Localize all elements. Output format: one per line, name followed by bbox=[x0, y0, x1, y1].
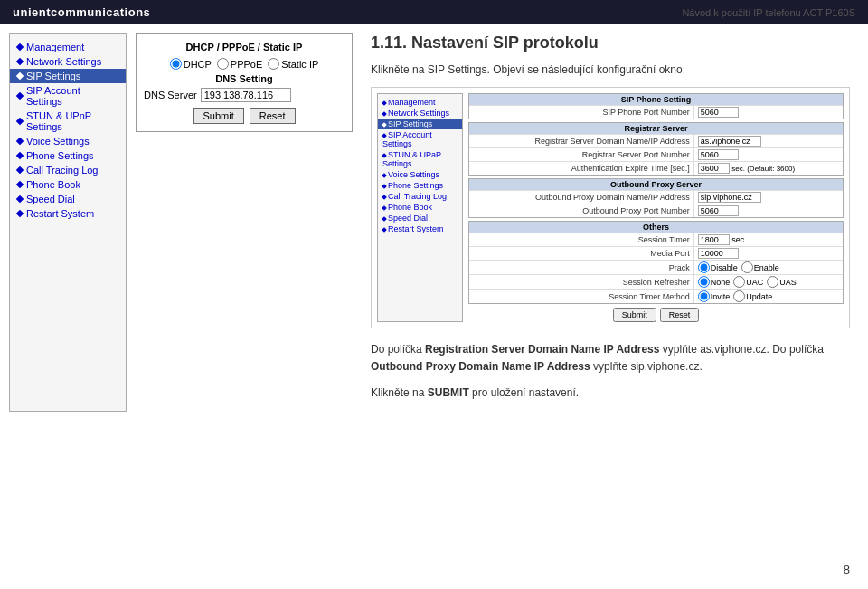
center-btn-row: Submit Reset bbox=[144, 108, 344, 124]
refresher-uas-radio[interactable] bbox=[767, 276, 778, 288]
logo: unientcommunications bbox=[13, 5, 150, 19]
sip-form: SIP Phone Setting SIP Phone Port Number … bbox=[468, 93, 844, 322]
center-reset-button[interactable]: Reset bbox=[250, 108, 296, 124]
doc-title: Návod k použití IP telefonu ACT P160S bbox=[682, 7, 855, 18]
session-timer-row: Session Timer sec. bbox=[469, 233, 843, 246]
prack-enable-label[interactable]: Enable bbox=[741, 261, 779, 273]
outbound-domain-label: Outbound Proxy Domain Name/IP Address bbox=[469, 192, 693, 203]
sidebar-item[interactable]: Speed Dial bbox=[10, 192, 126, 206]
refresher-none-radio[interactable] bbox=[698, 276, 710, 288]
others-section: Others Session Timer sec. Media Port bbox=[468, 221, 844, 304]
session-timer-label: Session Timer bbox=[469, 234, 693, 245]
session-refresher-label: Session Refresher bbox=[469, 277, 693, 288]
mini-sidebar-item[interactable]: STUN & UPaP Settings bbox=[378, 149, 462, 169]
sip-form-btn-row: Submit Reset bbox=[468, 308, 844, 322]
sip-reset-button[interactable]: Reset bbox=[660, 308, 700, 322]
sidebar-item[interactable]: SIP Settings bbox=[10, 69, 126, 83]
sidebar: ManagementNetwork SettingsSIP SettingsSI… bbox=[9, 33, 127, 412]
phone-port-value bbox=[693, 106, 843, 119]
dns-input[interactable] bbox=[201, 88, 291, 102]
session-refresher-row: Session Refresher None UAC bbox=[469, 274, 843, 289]
others-title: Others bbox=[469, 222, 843, 233]
sidebar-item[interactable]: Restart System bbox=[10, 206, 126, 221]
mini-sidebar-item[interactable]: SIP Account Settings bbox=[378, 129, 462, 149]
static-radio-label[interactable]: Static IP bbox=[268, 58, 318, 70]
bottom-text: Do políčka Registration Server Domain Na… bbox=[371, 341, 850, 375]
prack-disable-radio[interactable] bbox=[698, 261, 710, 273]
refresher-uac-label[interactable]: UAC bbox=[733, 276, 763, 288]
sidebar-item[interactable]: STUN & UPnP Settings bbox=[10, 109, 126, 134]
sidebar-item[interactable]: SIP Account Settings bbox=[10, 83, 126, 109]
registrar-domain-input[interactable] bbox=[698, 136, 761, 147]
mini-sidebar-item[interactable]: Phone Book bbox=[378, 202, 462, 213]
page-number: 8 bbox=[844, 563, 850, 576]
sidebar-item[interactable]: Phone Settings bbox=[10, 148, 126, 163]
registrar-port-label: Registrar Server Port Number bbox=[469, 149, 693, 160]
session-timer-input[interactable] bbox=[698, 234, 730, 245]
sip-submit-button[interactable]: Submit bbox=[613, 308, 656, 322]
mini-sidebar-item[interactable]: Management bbox=[378, 97, 462, 108]
refresher-none-label[interactable]: None bbox=[698, 276, 731, 288]
outbound-domain-value bbox=[693, 191, 843, 204]
registrar-domain-label: Registrar Server Domain Name/IP Address bbox=[469, 136, 693, 147]
mini-sidebar-item[interactable]: Network Settings bbox=[378, 108, 462, 119]
registrar-domain-row: Registrar Server Domain Name/IP Address bbox=[469, 134, 843, 147]
sip-phone-setting-section: SIP Phone Setting SIP Phone Port Number bbox=[468, 93, 844, 119]
bottom-text2: Klikněte na SUBMIT pro uložení nastavení… bbox=[371, 385, 850, 402]
session-timer-method-row: Session Timer Method Invite Update bbox=[469, 289, 843, 303]
sidebar-item[interactable]: Management bbox=[10, 40, 126, 54]
dns-row: DNS Server bbox=[144, 88, 344, 102]
registrar-port-value bbox=[693, 148, 843, 161]
media-port-input[interactable] bbox=[698, 248, 739, 259]
prack-label: Prack bbox=[469, 262, 693, 273]
prack-enable-radio[interactable] bbox=[741, 261, 753, 273]
center-box: DHCP / PPPoE / Static IP DHCP PPPoE Stat… bbox=[136, 33, 353, 132]
dhcp-radio-label[interactable]: DHCP bbox=[170, 58, 212, 70]
prack-value: Disable Enable bbox=[693, 261, 843, 274]
phone-port-input[interactable] bbox=[698, 107, 739, 118]
session-timer-value: sec. bbox=[693, 233, 843, 246]
dns-label: DNS Server bbox=[144, 90, 197, 100]
sip-phone-setting-title: SIP Phone Setting bbox=[469, 94, 843, 105]
outbound-domain-input[interactable] bbox=[698, 192, 761, 203]
prack-row: Prack Disable Enable bbox=[469, 260, 843, 274]
prack-disable-label[interactable]: Disable bbox=[698, 261, 738, 273]
mini-sidebar-item[interactable]: Voice Settings bbox=[378, 169, 462, 180]
sidebar-item[interactable]: Network Settings bbox=[10, 54, 126, 69]
outbound-port-row: Outbound Proxy Port Number bbox=[469, 204, 843, 217]
section-title: Nastavení SIP protokolu bbox=[411, 33, 599, 52]
registrar-port-input[interactable] bbox=[698, 149, 739, 160]
phone-port-row: SIP Phone Port Number bbox=[469, 105, 843, 119]
timer-method-update-radio[interactable] bbox=[733, 290, 745, 302]
mini-sidebar-item[interactable]: Phone Settings bbox=[378, 180, 462, 191]
section-heading: 1.11. Nastavení SIP protokolu bbox=[371, 33, 850, 52]
sidebar-item[interactable]: Phone Book bbox=[10, 177, 126, 192]
refresher-uas-label[interactable]: UAS bbox=[767, 276, 797, 288]
pppoe-radio-label[interactable]: PPPoE bbox=[217, 58, 262, 70]
center-submit-button[interactable]: Submit bbox=[193, 108, 244, 124]
auth-expire-input[interactable] bbox=[698, 163, 730, 174]
auth-expire-value: sec. (Default: 3600) bbox=[693, 162, 843, 175]
media-port-row: Media Port bbox=[469, 246, 843, 260]
timer-method-update-label[interactable]: Update bbox=[733, 290, 772, 302]
session-timer-method-label: Session Timer Method bbox=[469, 291, 693, 302]
outbound-title: Outbound Proxy Server bbox=[469, 179, 843, 190]
media-port-label: Media Port bbox=[469, 248, 693, 259]
registrar-domain-value bbox=[693, 135, 843, 147]
dhcp-radio[interactable] bbox=[170, 58, 182, 70]
sidebar-item[interactable]: Voice Settings bbox=[10, 134, 126, 148]
mini-sidebar-item[interactable]: Call Tracing Log bbox=[378, 191, 462, 202]
phone-port-label: SIP Phone Port Number bbox=[469, 107, 693, 118]
pppoe-radio[interactable] bbox=[217, 58, 229, 70]
mini-sidebar-item[interactable]: SIP Settings bbox=[378, 119, 462, 129]
timer-method-invite-label[interactable]: Invite bbox=[698, 290, 731, 302]
timer-method-invite-radio[interactable] bbox=[698, 290, 710, 302]
static-radio[interactable] bbox=[268, 58, 279, 70]
sidebar-item[interactable]: Call Tracing Log bbox=[10, 163, 126, 177]
mini-sidebar-item[interactable]: Speed Dial bbox=[378, 213, 462, 223]
auth-expire-label: Authentication Expire Time [sec.] bbox=[469, 163, 693, 174]
refresher-uac-radio[interactable] bbox=[733, 276, 745, 288]
mini-sidebar-item[interactable]: Restart System bbox=[378, 223, 462, 234]
outbound-port-input[interactable] bbox=[698, 205, 739, 216]
registrar-section: Registrar Server Registrar Server Domain… bbox=[468, 122, 844, 176]
